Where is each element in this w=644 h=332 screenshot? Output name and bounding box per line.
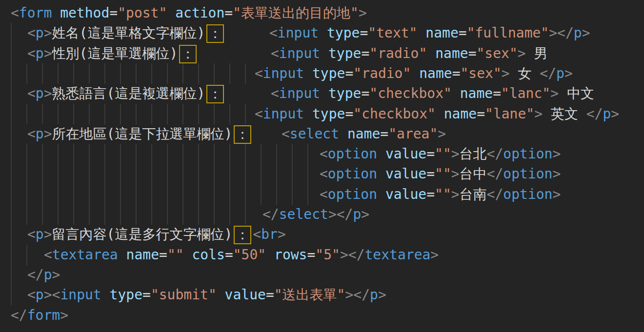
indent-guide (261, 164, 262, 184)
code-token-tag-name: select (279, 206, 328, 222)
code-segment: <p>性別(這是單選欄位)： (27, 43, 198, 64)
code-token-punctuation: > (582, 25, 590, 41)
code-line-11[interactable]: </select></p> (0, 204, 644, 225)
code-segment: </p> (27, 265, 60, 285)
indent-guide (58, 144, 59, 164)
code-token-plain-text (339, 126, 347, 142)
code-editor[interactable]: <form method="post" action="表單送出的目的地"><p… (0, 0, 644, 332)
code-token-equals-operator: = (345, 106, 353, 122)
code-token-plain-text: 英文 (543, 106, 586, 122)
code-segment: <textarea name="" cols="50" rows="5"></t… (44, 245, 439, 265)
code-token-punctuation: </ (11, 307, 27, 323)
code-line-15[interactable]: <p><input type="submit" value="送出表單"></p… (0, 285, 644, 305)
code-line-4[interactable]: <input type="radio" name="sex"> 女 </p> (0, 63, 644, 84)
code-line-7[interactable]: <p>所在地區(這是下拉選單欄位)：<select name="area"> (0, 124, 644, 144)
indent-guide (245, 104, 246, 124)
indent-guide (73, 144, 74, 164)
indent-guide (229, 144, 230, 164)
indent-guide (26, 245, 27, 265)
code-line-3[interactable]: <p>性別(這是單選欄位)：<input type="radio" name="… (0, 43, 644, 64)
code-token-punctuation: < (320, 146, 328, 162)
indent-guide (198, 63, 199, 84)
code-token-attribute-name: value (385, 186, 426, 202)
code-token-punctuation: > (552, 186, 561, 202)
code-token-punctuation: > (550, 85, 559, 101)
code-token-plain-text: 中文 (559, 85, 594, 101)
code-token-equals-operator: = (307, 247, 315, 263)
code-line-10[interactable]: <option value="">台南</option> (0, 184, 644, 205)
code-token-equals-operator: = (426, 146, 435, 162)
code-line-2[interactable]: <p>姓名(這是單格文字欄位)：<input type="text" name=… (0, 23, 644, 43)
code-line-5[interactable]: <p>熟悉語言(這是複選欄位)：<input type="checkbox" n… (0, 83, 644, 104)
code-token-punctuation: > (611, 106, 619, 122)
code-token-string-value: "radio" (369, 45, 427, 61)
indent-guide (11, 83, 12, 104)
indent-guide (214, 144, 215, 164)
code-token-tag-name: textarea (365, 247, 431, 263)
code-token-tag-name: input (60, 287, 101, 303)
indent-guide (167, 184, 168, 205)
code-token-punctuation: < (27, 25, 36, 41)
unicode-highlight-box: ： (234, 226, 251, 244)
code-segment: <input type="radio" name="sex"> 女 </p> (255, 63, 573, 84)
indent-guide (104, 204, 105, 225)
code-line-14[interactable]: </p> (0, 265, 644, 285)
unicode-highlight-box: ： (179, 45, 197, 63)
indent-guide (198, 184, 199, 205)
code-token-punctuation: > (534, 106, 543, 122)
code-line-1[interactable]: <form method="post" action="表單送出的目的地"> (0, 3, 644, 23)
code-token-tag-name: input (279, 85, 320, 101)
code-token-punctuation: > (44, 226, 52, 242)
indent-guide (261, 184, 262, 205)
indent-guide (245, 184, 246, 205)
code-token-string-value: "lanc" (501, 85, 550, 101)
code-token-string-value: "" (167, 247, 184, 263)
indent-guide (214, 164, 215, 184)
code-token-tag-name: p (36, 85, 44, 101)
code-line-16[interactable]: </form> (0, 305, 644, 326)
code-token-equals-operator: = (426, 166, 435, 182)
code-token-tag-name: form (27, 307, 60, 323)
code-token-plain-text (377, 186, 385, 202)
indent-guide (11, 23, 12, 43)
code-token-plain-text: 台中 (460, 166, 487, 182)
code-token-tag-name: p (44, 267, 52, 283)
code-token-punctuation: >< (44, 287, 60, 303)
code-token-plain-text (411, 65, 419, 81)
code-token-punctuation: > (60, 307, 68, 323)
code-segment: <input type="checkbox" name="lanc"> 中文 (271, 83, 594, 104)
code-line-6[interactable]: <input type="checkbox" name="lane"> 英文 <… (0, 104, 644, 124)
code-token-punctuation: < (44, 247, 52, 263)
code-token-attribute-name: type (327, 25, 360, 41)
code-token-string-value: "area" (388, 126, 438, 142)
code-token-punctuation: > (552, 146, 561, 162)
code-line-8[interactable]: <option value="">台北</option> (0, 144, 644, 164)
code-token-string-value: "sex" (476, 45, 517, 61)
code-line-13[interactable]: <textarea name="" cols="50" rows="5"></t… (0, 245, 644, 265)
indent-guide (292, 184, 293, 205)
indent-guide (11, 265, 12, 285)
indent-guide (198, 104, 199, 124)
indent-guide (182, 204, 183, 225)
code-token-punctuation: ></ (345, 287, 370, 303)
code-token-tag-name: option (503, 186, 552, 202)
code-token-plain-text: 所在地區(這是下拉選單欄位) (52, 126, 233, 142)
indent-guide (89, 204, 90, 225)
code-token-punctuation: < (320, 186, 328, 202)
code-token-punctuation: > (44, 25, 52, 41)
code-token-attribute-name: value (225, 287, 266, 303)
code-token-tag-name: p (574, 25, 582, 41)
code-token-equals-operator: = (361, 45, 369, 61)
code-token-punctuation: </ (487, 186, 503, 202)
code-line-12[interactable]: <p>留言內容(這是多行文字欄位)：<br> (0, 224, 644, 245)
code-token-tag-name: p (370, 287, 378, 303)
code-token-equals-operator: = (266, 287, 274, 303)
indent-guide (292, 144, 293, 164)
code-token-plain-text (101, 287, 110, 303)
code-token-punctuation: </ (487, 146, 503, 162)
code-token-punctuation: > (438, 126, 446, 142)
code-line-9[interactable]: <option value="">台中</option> (0, 164, 644, 184)
code-token-attribute-name: action (175, 5, 224, 21)
code-token-plain-text (427, 45, 435, 61)
code-token-tag-name: p (36, 25, 44, 41)
